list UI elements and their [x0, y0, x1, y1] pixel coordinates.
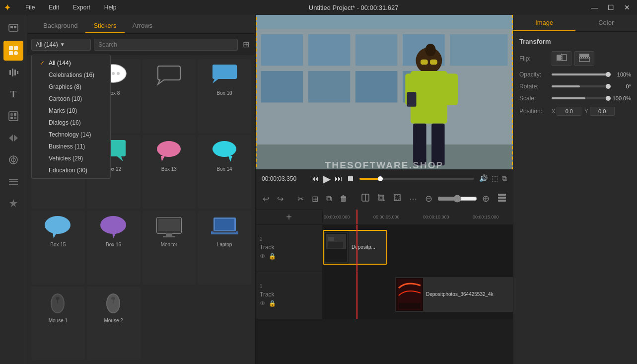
add-track-button[interactable]: +	[286, 212, 292, 223]
visibility-icon[interactable]: 👁	[260, 300, 266, 307]
sticker-box14[interactable]: Box 14	[198, 135, 251, 209]
tab-color[interactable]: Color	[575, 15, 637, 31]
position-x-input[interactable]	[557, 107, 581, 116]
filter-option-education[interactable]: Education (30)	[32, 164, 110, 176]
transform-button[interactable]	[390, 192, 404, 206]
tab-stickers[interactable]: Stickers	[85, 19, 124, 33]
sidebar-icon-stickers[interactable]	[3, 41, 23, 61]
more-button[interactable]: ⋯	[406, 192, 420, 206]
zoom-out-button[interactable]: ⊖	[422, 191, 435, 206]
video-clip-1[interactable]: Depositphotos_364425532_4k	[395, 277, 513, 312]
sticker-box9[interactable]	[142, 59, 196, 133]
tab-image[interactable]: Image	[513, 15, 575, 31]
split-button[interactable]	[358, 192, 372, 206]
close-button[interactable]: ✕	[621, 2, 633, 12]
split-screen-button[interactable]: ⧉	[502, 174, 507, 183]
settings-button[interactable]	[495, 191, 509, 206]
sticker-laptop[interactable]: Laptop	[198, 211, 251, 285]
menu-file[interactable]: File	[22, 3, 38, 12]
sticker-box16[interactable]: Box 16	[87, 211, 141, 285]
filter-option-marks[interactable]: Marks (10)	[32, 105, 110, 117]
sidebar-icon-overlay[interactable]	[3, 172, 23, 192]
undo-button[interactable]: ↩	[260, 192, 272, 206]
tab-background[interactable]: Background	[35, 19, 85, 33]
filter-option-cartoon[interactable]: Cartoon (10)	[32, 93, 110, 105]
ruler-mark-1: 00:00:05.000	[373, 215, 400, 219]
duplicate-button[interactable]: ⧉	[323, 192, 335, 205]
toolbar: ↩ ↪ ✂ ⊞ ⧉ 🗑 ⋯ ⊖ ⊕	[256, 188, 513, 210]
sidebar-icon-filter[interactable]	[3, 106, 23, 126]
sticker-mouse2[interactable]: Mouse 2	[87, 287, 141, 361]
svg-rect-12	[10, 113, 13, 116]
minimize-button[interactable]: —	[588, 2, 601, 12]
zoom-slider[interactable]	[437, 195, 477, 203]
flip-vertical-button[interactable]	[574, 51, 594, 66]
zoom-control: ⊖ ⊕	[422, 191, 493, 206]
prev-frame-button[interactable]: ⏮	[311, 174, 319, 183]
sticker-label: Mouse 2	[104, 318, 123, 323]
search-input[interactable]	[94, 39, 238, 51]
lock-icon[interactable]: 🔒	[269, 300, 276, 307]
svg-point-48	[56, 297, 60, 300]
flip-control	[552, 51, 631, 66]
rotate-slider[interactable]	[552, 85, 608, 87]
zoom-in-button[interactable]: ⊕	[479, 191, 493, 206]
sticker-monitor[interactable]: Monitor	[142, 211, 196, 285]
grid-view-button[interactable]: ⊞	[241, 38, 251, 51]
cut-button[interactable]: ✂	[294, 192, 307, 206]
maximize-button[interactable]: ☐	[605, 2, 617, 12]
crop-button[interactable]	[374, 192, 388, 206]
filter-option-dialogs[interactable]: Dialogs (16)	[32, 117, 110, 129]
svg-point-32	[212, 141, 236, 157]
filter-option-all[interactable]: ✓ All (144)	[32, 57, 110, 69]
svg-rect-96	[562, 55, 566, 61]
svg-rect-85	[498, 200, 506, 202]
menu-export[interactable]: Export	[70, 3, 93, 12]
sticker-thumb	[207, 138, 242, 165]
menu-bar: ✦ File Edit Export Help Untitled Project…	[0, 0, 637, 15]
sidebar-icon-transition[interactable]	[3, 128, 23, 148]
position-y-input[interactable]	[590, 107, 615, 116]
scale-control: 100.0%	[552, 95, 631, 101]
sidebar-icon-template[interactable]	[3, 194, 23, 214]
sidebar-icon-audio[interactable]	[3, 63, 23, 82]
tab-arrows[interactable]: Arrows	[125, 19, 160, 33]
video-clip-2[interactable]: Depositp...	[323, 230, 387, 265]
sticker-box10[interactable]: Box 10	[198, 59, 251, 133]
sidebar-icon-media[interactable]	[3, 19, 23, 39]
filter-option-graphics[interactable]: Graphics (8)	[32, 81, 110, 93]
flip-horizontal-button[interactable]	[552, 51, 571, 66]
filter-dropdown-menu: ✓ All (144) Celebrations (16) Graphics (…	[31, 55, 111, 179]
sidebar-icon-text[interactable]: T	[3, 84, 23, 104]
sticker-label: Box 14	[217, 166, 232, 172]
sidebar-icon-effect[interactable]	[3, 150, 23, 170]
menu-help[interactable]: Help	[101, 3, 120, 12]
filter-option-celebrations[interactable]: Celebrations (16)	[32, 69, 110, 81]
filter-option-vehicles[interactable]: Vehicles (29)	[32, 152, 110, 164]
redo-button[interactable]: ↪	[274, 192, 286, 206]
volume-button[interactable]: 🔊	[479, 174, 488, 183]
sticker-box13[interactable]: Box 13	[142, 135, 196, 209]
sticker-box15[interactable]: Box 15	[31, 211, 85, 285]
track-content-1[interactable]: Depositphotos_364425532_4k Gr...	[323, 272, 513, 319]
sticker-mouse1[interactable]: Mouse 1	[31, 287, 85, 361]
delete-button[interactable]: 🗑	[337, 192, 351, 205]
sticker-label: Box 13	[161, 166, 177, 172]
menu-edit[interactable]: Edit	[46, 3, 62, 12]
filter-option-technology[interactable]: Technology (14)	[32, 129, 110, 141]
track-content-2[interactable]: Depositp...	[323, 225, 513, 272]
progress-bar[interactable]	[359, 178, 474, 180]
lock-icon[interactable]: 🔒	[269, 253, 276, 260]
svg-rect-99	[579, 58, 589, 62]
scale-slider[interactable]	[552, 97, 608, 99]
fullscreen-button[interactable]: ⬚	[492, 174, 498, 183]
stop-button[interactable]: ⏹	[347, 174, 354, 183]
visibility-icon[interactable]: 👁	[260, 253, 266, 260]
add-clip-button[interactable]: ⊞	[309, 192, 321, 206]
play-button[interactable]: ▶	[323, 173, 331, 185]
filter-label: Dialogs (16)	[49, 119, 81, 126]
opacity-slider[interactable]	[552, 73, 608, 75]
filter-dropdown[interactable]: All (144) ▼	[31, 39, 91, 51]
filter-option-business[interactable]: Business (11)	[32, 141, 110, 152]
next-frame-button[interactable]: ⏭	[335, 174, 343, 183]
